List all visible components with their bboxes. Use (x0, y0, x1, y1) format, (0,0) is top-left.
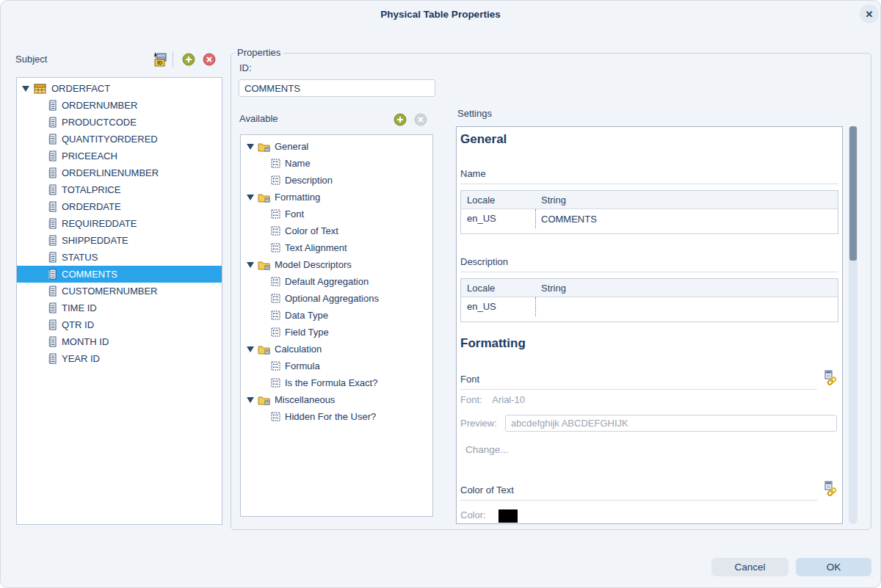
available-group[interactable]: General (241, 138, 432, 155)
tree-item-label: TIME ID (62, 302, 97, 313)
collapse-arrow-icon[interactable] (247, 397, 254, 403)
available-item[interactable]: Formula (241, 357, 432, 374)
folder-icon (258, 192, 270, 203)
id-label: ID: (239, 62, 252, 73)
available-item-label: Is the Formula Exact? (285, 377, 377, 388)
font-change-button[interactable]: Change... (465, 444, 509, 455)
tree-item-table[interactable]: ORDERFACT (17, 80, 222, 97)
font-inherit-button[interactable] (823, 370, 839, 389)
settings-scrollbar[interactable] (849, 126, 858, 524)
table-icon (34, 83, 46, 94)
color-section-rule (460, 500, 817, 501)
tree-item-column[interactable]: QTR ID (17, 316, 222, 333)
id-input[interactable] (239, 79, 435, 97)
column-icon (48, 235, 57, 246)
ok-button[interactable]: OK (796, 558, 871, 576)
tree-item-column[interactable]: REQUIREDDATE (17, 215, 222, 232)
collapse-arrow-icon[interactable] (247, 346, 254, 352)
available-item-label: Color of Text (285, 225, 338, 236)
color-swatch[interactable] (498, 509, 518, 523)
available-item[interactable]: Text Alignment (241, 239, 432, 256)
properties-legend: Properties (234, 47, 283, 58)
remove-property-button[interactable] (414, 113, 427, 129)
color-inherit-button[interactable] (823, 481, 839, 500)
edit-id-button[interactable]: ID (152, 51, 168, 70)
available-item[interactable]: Font (241, 206, 432, 222)
available-item[interactable]: Data Type (241, 307, 432, 324)
properties-group: Properties ID: Available General Name De… (231, 53, 871, 530)
string-cell[interactable]: COMMENTS (535, 209, 838, 228)
collapse-arrow-icon[interactable] (247, 144, 254, 150)
add-property-button[interactable] (394, 113, 407, 129)
column-icon (48, 269, 57, 280)
available-item[interactable]: Is the Formula Exact? (241, 374, 432, 391)
available-item-label: Text Alignment (285, 242, 347, 253)
column-icon (48, 319, 57, 330)
tree-item-column[interactable]: YEAR ID (17, 350, 222, 367)
available-group[interactable]: Miscellaneous (241, 391, 432, 408)
available-item[interactable]: Color of Text (241, 222, 432, 239)
property-icon (271, 175, 280, 185)
available-item[interactable]: Hidden For the User? (241, 408, 432, 425)
id-tag-icon: ID (152, 51, 168, 68)
tree-item-column[interactable]: QUANTITYORDERED (17, 131, 222, 148)
tree-item-column[interactable]: PRODUCTCODE (17, 114, 222, 131)
add-subject-button[interactable] (182, 53, 195, 69)
string-cell[interactable] (535, 297, 838, 316)
tree-item-column[interactable]: ORDERNUMBER (17, 97, 222, 114)
cancel-button[interactable]: Cancel (711, 558, 788, 576)
property-icon (271, 243, 280, 253)
locale-column-header: Locale (461, 195, 535, 206)
available-item[interactable]: Field Type (241, 324, 432, 341)
tree-item-column[interactable]: MONTH ID (17, 333, 222, 350)
tree-item-label: COMMENTS (62, 269, 117, 280)
column-icon (48, 167, 57, 178)
column-icon (48, 150, 57, 161)
tree-item-label: REQUIREDDATE (62, 218, 137, 229)
delete-subject-button[interactable] (203, 53, 216, 69)
available-group[interactable]: Model Descriptors (241, 256, 432, 273)
font-preview-input[interactable] (505, 415, 837, 432)
available-item-label: Data Type (285, 310, 328, 321)
collapse-arrow-icon[interactable] (247, 195, 254, 200)
toolbar-separator (173, 51, 173, 68)
available-group-label: Formatting (275, 192, 320, 203)
column-icon (48, 286, 57, 297)
collapse-arrow-icon[interactable] (22, 86, 29, 92)
tree-item-column[interactable]: PRICEEACH (17, 148, 222, 164)
locale-cell: en_US (461, 209, 535, 224)
available-item[interactable]: Name (241, 155, 432, 172)
settings-scrollbar-thumb[interactable] (849, 126, 857, 261)
delete-circle-icon-disabled (414, 113, 427, 126)
settings-panel: General Name Locale String en_US COMMENT… (456, 126, 843, 524)
name-table-header: Locale String (461, 191, 838, 209)
available-item[interactable]: Description (241, 172, 432, 189)
tree-item-column[interactable]: STATUS (17, 249, 222, 266)
available-group[interactable]: Calculation (241, 341, 432, 357)
tree-item-column[interactable]: SHIPPEDDATE (17, 232, 222, 249)
available-item[interactable]: Default Aggregation (241, 273, 432, 290)
string-column-header: String (535, 195, 838, 206)
available-group-label: Miscellaneous (275, 394, 335, 405)
tree-item-column[interactable]: ORDERDATE (17, 198, 222, 215)
font-section-rule (460, 389, 817, 390)
close-button[interactable]: ✕ (860, 4, 879, 23)
tree-item-column-selected[interactable]: COMMENTS (17, 266, 222, 283)
collapse-arrow-icon[interactable] (247, 262, 254, 268)
available-item[interactable]: Optional Aggregations (241, 290, 432, 307)
property-icon (271, 378, 280, 388)
available-group[interactable]: Formatting (241, 189, 432, 206)
tree-item-column[interactable]: TOTALPRICE (17, 181, 222, 198)
general-heading: General (460, 132, 507, 147)
tree-item-label: PRICEEACH (62, 150, 117, 161)
column-icon (48, 201, 57, 212)
tree-item-column[interactable]: CUSTOMERNUMBER (17, 283, 222, 300)
tree-item-label: STATUS (62, 252, 98, 263)
tree-item-column[interactable]: TIME ID (17, 300, 222, 316)
tree-item-column[interactable]: ORDERLINENUMBER (17, 164, 222, 181)
column-icon (48, 218, 57, 229)
available-item-label: Default Aggregation (285, 276, 369, 287)
color-section-label: Color of Text (460, 484, 514, 496)
description-table-header: Locale String (461, 279, 838, 297)
property-icon (271, 311, 280, 320)
